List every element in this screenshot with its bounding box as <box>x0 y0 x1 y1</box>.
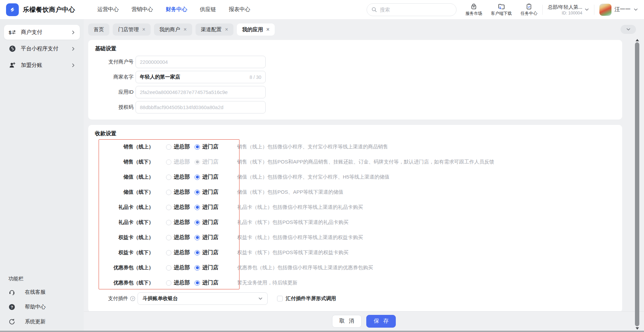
radio-row-label: 权益卡（线下） <box>95 249 154 256</box>
search-box[interactable] <box>367 3 457 16</box>
field-input[interactable]: 年轻人的第一家店8 / 30 <box>136 71 266 83</box>
payment-plugin-select[interactable]: 斗拱账单收银台 <box>138 292 268 305</box>
chevron-right-icon <box>71 30 75 35</box>
radio-option[interactable]: 进门店 <box>195 279 218 286</box>
field-input: 2fa2ee0a8000467287e774575a516c9e <box>136 86 266 98</box>
chevron-right-icon <box>71 47 75 51</box>
radio-option[interactable]: 进总部 <box>166 279 190 286</box>
cancel-button[interactable]: 取 消 <box>332 315 362 328</box>
radio-option[interactable]: 进门店 <box>195 204 218 211</box>
nav-item[interactable]: 供应链 <box>200 6 216 13</box>
chevron-down-icon <box>585 7 589 12</box>
scroll-down-arrow[interactable] <box>636 327 639 330</box>
close-icon[interactable]: × <box>225 27 228 32</box>
tab[interactable]: 门店管理× <box>113 23 151 36</box>
radio-option[interactable]: 进总部 <box>166 189 190 196</box>
radio-row-label: 礼品卡（线下） <box>95 219 154 226</box>
field-value: 年轻人的第一家店 <box>140 74 247 80</box>
radio-option-label: 进总部 <box>174 143 190 150</box>
radio-option[interactable]: 进总部 <box>166 249 190 256</box>
sidebar-tool-item[interactable]: 在线客服 <box>8 289 84 296</box>
halfscreen-checkbox[interactable] <box>277 296 283 301</box>
radio-option[interactable]: 进门店 <box>195 234 218 241</box>
radio-option[interactable]: 进门店 <box>195 143 218 150</box>
radio-option[interactable]: 进总部 <box>166 219 190 226</box>
sidebar-tool-item[interactable]: ?帮助中心 <box>8 303 84 311</box>
brand-logo[interactable] <box>6 3 19 16</box>
tab[interactable]: 渠道配置× <box>196 23 233 36</box>
form-field-row: 商家名字年轻人的第一家店8 / 30 <box>95 71 615 83</box>
radio-option[interactable]: 进门店 <box>195 189 218 196</box>
radio-option[interactable]: 进总部 <box>166 264 190 271</box>
close-icon[interactable]: × <box>183 27 186 32</box>
radio-row-description: 销售（线下）包括POS和APP的商品销售、挂账还款、订金、码牌支付等，默认进门店… <box>237 159 494 165</box>
nav-item[interactable]: 运营中心 <box>97 6 119 13</box>
radio-unselected-icon <box>166 190 171 195</box>
sidebar-tool-label: 帮助中心 <box>25 303 46 311</box>
question-circle-icon[interactable]: ? <box>130 296 136 301</box>
radio-row-label: 销售（线下） <box>95 159 154 165</box>
close-icon[interactable]: × <box>266 27 269 32</box>
miniprogram-icon <box>9 45 17 52</box>
scrollbar-thumb[interactable] <box>635 42 639 326</box>
radio-option[interactable]: 进总部 <box>166 204 190 211</box>
update-icon <box>8 318 16 325</box>
halfscreen-checkbox-label: 汇付插件半屏形式调用 <box>286 295 336 302</box>
payment-transfer-icon: $ <box>9 29 17 36</box>
radio-option-label: 进总部 <box>174 234 190 241</box>
radio-unselected-icon <box>166 220 171 225</box>
save-button[interactable]: 保 存 <box>366 315 396 328</box>
sidebar-item[interactable]: 平台小程序支付 <box>4 41 80 56</box>
radio-option-label: 进门店 <box>202 279 218 286</box>
radio-option-label: 进总部 <box>174 279 190 286</box>
radio-option-label: 进总部 <box>174 264 190 271</box>
sidebar-tool-item[interactable]: 系统更新 <box>8 318 84 325</box>
header-action[interactable]: 服务市场 <box>465 3 482 16</box>
sidebar-item[interactable]: $商户支付 <box>4 25 80 40</box>
tab[interactable]: 首页 <box>88 23 109 36</box>
user-name: 汪一一 <box>614 6 631 13</box>
radio-option-label: 进门店 <box>202 219 218 226</box>
tab[interactable]: 我的商户× <box>154 23 192 36</box>
scroll-up-arrow[interactable] <box>636 39 639 41</box>
header-action[interactable]: 任务中心 <box>521 3 537 16</box>
header-quick-actions: 服务市场客户端下载任务中心 <box>465 3 537 16</box>
radio-group: 进总部进门店 <box>166 264 237 271</box>
radio-row-label: 优惠券包（线上） <box>95 265 154 271</box>
radio-option[interactable]: 进门店 <box>195 264 218 271</box>
tab[interactable]: 我的应用× <box>237 23 275 36</box>
radio-option[interactable]: 进门店 <box>195 249 218 256</box>
tabs-collapse-button[interactable] <box>621 25 636 34</box>
halfscreen-checkbox-wrap[interactable]: 汇付插件半屏形式调用 <box>277 295 336 302</box>
payment-settings-card: 收款设置 销售（线上）进总部进门店销售（线上）包括微信小程序、支付宝小程序等线上… <box>88 125 622 312</box>
radio-option[interactable]: 进总部 <box>166 234 190 241</box>
vertical-scrollbar[interactable] <box>635 39 640 330</box>
header-action[interactable]: 客户端下载 <box>491 3 512 16</box>
field-value: 88dbbffacf904505b134fd0360a80a2d <box>140 104 261 110</box>
close-icon[interactable]: × <box>142 27 145 32</box>
tab-label: 我的商户 <box>159 26 180 33</box>
radio-option[interactable]: 进总部 <box>166 143 190 150</box>
search-input[interactable] <box>380 7 452 12</box>
tab-label: 我的应用 <box>242 26 263 33</box>
nav-item[interactable]: 营销中心 <box>131 6 153 13</box>
user-menu[interactable]: 汪一一 <box>599 4 638 16</box>
radio-row-label: 销售（线上） <box>95 144 154 150</box>
radio-group: 进总部进门店 <box>166 143 237 150</box>
sidebar-item[interactable]: 加盟分账 <box>4 58 80 73</box>
org-id: ID: 100004 <box>548 11 582 15</box>
radio-option[interactable]: 进门店 <box>195 219 218 226</box>
field-input: 2200000004 <box>136 56 266 68</box>
radio-option-label: 进总部 <box>174 189 190 196</box>
plugin-row: 支付插件 ? 斗拱账单收银台 汇付插件半屏形式调用 <box>95 292 615 305</box>
nav-item[interactable]: 财务中心 <box>166 6 187 13</box>
nav-item[interactable]: 报表中心 <box>229 6 250 13</box>
radio-row-description: 销售（线上）包括微信小程序、支付宝小程序等线上渠道的商品销售 <box>237 144 388 150</box>
radio-unselected-icon <box>166 144 171 150</box>
sidebar-item-label: 加盟分账 <box>21 62 71 69</box>
org-switcher[interactable]: 总部/年轻人第... ID: 100004 <box>548 4 589 15</box>
radio-unselected-icon <box>166 175 171 180</box>
radio-option[interactable]: 进总部 <box>166 174 190 181</box>
radio-option[interactable]: 进门店 <box>195 174 218 181</box>
radio-group: 进总部进门店 <box>166 189 237 196</box>
